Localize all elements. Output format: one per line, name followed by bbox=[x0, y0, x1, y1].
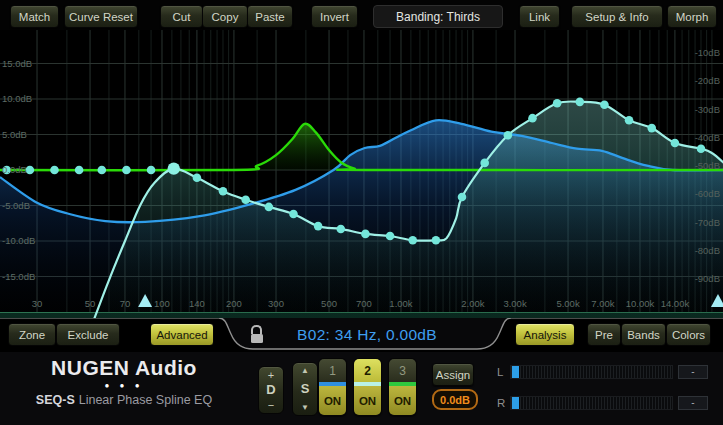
eq-band-handle[interactable] bbox=[408, 236, 417, 245]
eq-band-handle-selected[interactable] bbox=[168, 162, 180, 174]
lock-body bbox=[251, 334, 263, 343]
curve-reset-button[interactable]: Curve Reset bbox=[64, 5, 138, 28]
logo-product-name: SEQ-SLinear Phase Spline EQ bbox=[18, 393, 230, 407]
axis-label: 10.00k bbox=[626, 298, 655, 309]
analysis-button[interactable]: Analysis bbox=[515, 323, 575, 346]
channel-3-label[interactable]: 3 bbox=[389, 359, 416, 382]
delta-plus-icon[interactable]: + bbox=[268, 370, 274, 380]
cut-button[interactable]: Cut bbox=[160, 5, 203, 28]
axis-label: -40dB bbox=[695, 132, 720, 143]
eq-band-handle[interactable] bbox=[480, 159, 489, 168]
axis-label: -50dB bbox=[695, 160, 720, 171]
eq-band-handle[interactable] bbox=[75, 166, 84, 175]
morph-button[interactable]: Morph bbox=[667, 5, 717, 28]
logo-subtitle: Linear Phase Spline EQ bbox=[79, 393, 212, 407]
pre-button[interactable]: Pre bbox=[587, 323, 621, 346]
eq-band-handle[interactable] bbox=[337, 225, 346, 234]
logo-brand: NUGEN Audio bbox=[18, 356, 230, 380]
axis-label: 5.00k bbox=[556, 298, 579, 309]
axis-label: -60dB bbox=[695, 188, 720, 199]
channel-3-button[interactable]: 3 ON bbox=[388, 358, 417, 416]
invert-button[interactable]: Invert bbox=[311, 5, 358, 28]
eq-band-handle[interactable] bbox=[265, 203, 274, 212]
channel-3-on-button[interactable]: ON bbox=[389, 386, 416, 415]
channel-1-label[interactable]: 1 bbox=[319, 359, 346, 382]
channel-1-on-button[interactable]: ON bbox=[319, 386, 346, 415]
lock-shackle bbox=[251, 325, 262, 334]
control-bar: Zone Exclude Advanced B02: 34 Hz, 0.00dB… bbox=[0, 318, 723, 352]
meter-left-bar bbox=[510, 365, 673, 379]
colors-button[interactable]: Colors bbox=[666, 323, 711, 346]
meter-right-level bbox=[512, 397, 519, 409]
bottom-panel: NUGEN Audio ● ● ● SEQ-SLinear Phase Spli… bbox=[0, 352, 723, 425]
link-button[interactable]: Link bbox=[519, 5, 560, 28]
meter-left-level bbox=[512, 366, 519, 378]
axis-label: 7.00k bbox=[591, 298, 614, 309]
eq-band-handle[interactable] bbox=[122, 166, 131, 175]
axis-label: 700 bbox=[356, 298, 372, 309]
eq-band-handle[interactable] bbox=[553, 99, 562, 108]
solo-up-icon[interactable]: ▲ bbox=[301, 366, 309, 375]
exclude-button[interactable]: Exclude bbox=[56, 323, 120, 346]
gain-readout: 0.0dB bbox=[432, 389, 478, 410]
advanced-button[interactable]: Advanced bbox=[150, 323, 214, 346]
axis-label: 30 bbox=[32, 298, 43, 309]
eq-band-handle[interactable] bbox=[147, 166, 156, 175]
axis-label: 100 bbox=[154, 298, 170, 309]
eq-band-handle[interactable] bbox=[98, 166, 107, 175]
eq-band-handle[interactable] bbox=[528, 114, 537, 123]
setup-info-button[interactable]: Setup & Info bbox=[571, 5, 663, 28]
solo-stepper[interactable]: ▲ S ▼ bbox=[292, 362, 318, 416]
channel-1-button[interactable]: 1 ON bbox=[318, 358, 347, 416]
channel-2-label[interactable]: 2 bbox=[354, 359, 381, 382]
eq-graph-panel: 15.0dB10.0dB5.0dB0.0dB-5.0dB-10.0dB-15.0… bbox=[0, 30, 723, 318]
solo-down-icon[interactable]: ▼ bbox=[301, 403, 309, 412]
axis-label: 70 bbox=[120, 298, 131, 309]
meter-right-bar bbox=[510, 396, 673, 410]
eq-spline-editor[interactable]: 15.0dB10.0dB5.0dB0.0dB-5.0dB-10.0dB-15.0… bbox=[0, 30, 723, 318]
eq-band-handle[interactable] bbox=[314, 222, 323, 231]
eq-band-handle[interactable] bbox=[697, 144, 706, 153]
delta-gain-stepper[interactable]: + D − bbox=[258, 366, 284, 414]
delta-label: D bbox=[266, 384, 275, 396]
axis-label: 5.0dB bbox=[2, 129, 27, 140]
axis-label: -10.0dB bbox=[2, 235, 35, 246]
bands-button[interactable]: Bands bbox=[621, 323, 666, 346]
axis-label: -70dB bbox=[695, 217, 720, 228]
eq-band-handle[interactable] bbox=[289, 210, 298, 219]
eq-band-handle[interactable] bbox=[26, 166, 35, 175]
meter-right-label: R bbox=[497, 397, 510, 409]
eq-band-handle[interactable] bbox=[193, 174, 202, 183]
eq-band-handle[interactable] bbox=[361, 230, 370, 239]
axis-label: 2.00k bbox=[461, 298, 484, 309]
delta-minus-icon[interactable]: − bbox=[268, 400, 274, 410]
seq-s-plugin-window: Match Curve Reset Cut Copy Paste Invert … bbox=[0, 0, 723, 425]
axis-label: -90dB bbox=[695, 273, 720, 284]
match-button[interactable]: Match bbox=[10, 5, 59, 28]
eq-band-handle[interactable] bbox=[458, 193, 467, 202]
meter-right-peak-readout[interactable]: - bbox=[678, 396, 708, 410]
assign-button[interactable]: Assign bbox=[432, 363, 474, 386]
eq-band-handle[interactable] bbox=[600, 100, 609, 109]
eq-band-handle[interactable] bbox=[50, 166, 59, 175]
eq-band-handle[interactable] bbox=[647, 124, 656, 133]
eq-band-handle[interactable] bbox=[241, 196, 250, 205]
eq-band-handle[interactable] bbox=[625, 116, 634, 125]
eq-band-handle[interactable] bbox=[504, 131, 513, 140]
channel-2-on-button[interactable]: ON bbox=[354, 386, 381, 415]
channel-2-button[interactable]: 2 ON bbox=[353, 358, 382, 416]
meter-left-peak-readout[interactable]: - bbox=[678, 365, 708, 379]
paste-button[interactable]: Paste bbox=[247, 5, 293, 28]
copy-button[interactable]: Copy bbox=[202, 5, 248, 28]
eq-band-handle[interactable] bbox=[219, 187, 228, 196]
banding-display[interactable]: Banding: Thirds bbox=[373, 5, 503, 28]
axis-label: 10.0dB bbox=[2, 93, 32, 104]
eq-band-handle[interactable] bbox=[671, 139, 680, 148]
zone-button[interactable]: Zone bbox=[8, 323, 56, 346]
top-toolbar: Match Curve Reset Cut Copy Paste Invert … bbox=[0, 0, 723, 30]
eq-band-handle[interactable] bbox=[432, 236, 441, 245]
band-readout: B02: 34 Hz, 0.00dB bbox=[262, 323, 472, 346]
axis-label: -15.0dB bbox=[2, 271, 35, 282]
eq-band-handle[interactable] bbox=[576, 98, 585, 107]
eq-band-handle[interactable] bbox=[386, 232, 395, 241]
